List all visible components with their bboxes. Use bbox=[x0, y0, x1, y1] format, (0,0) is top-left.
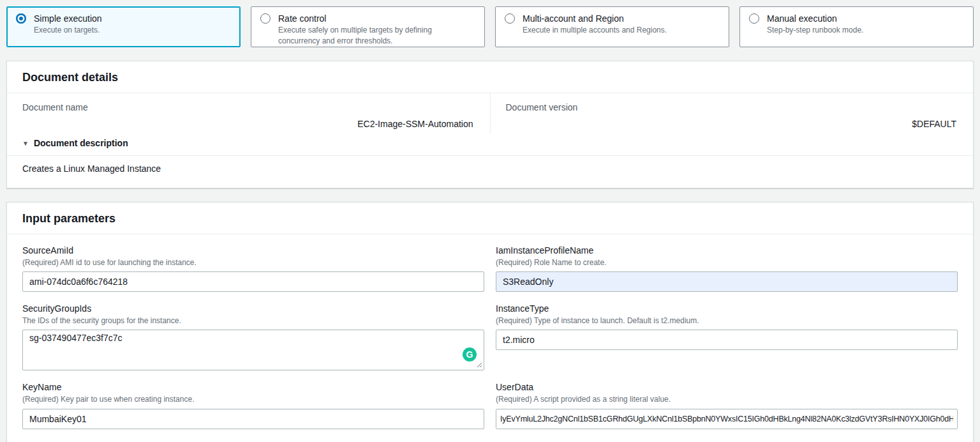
field-label: UserData bbox=[496, 382, 958, 392]
instancetype-input[interactable] bbox=[496, 330, 958, 350]
execution-mode-selector: Simple execution Execute on targets. Rat… bbox=[0, 0, 980, 47]
document-name-value: EC2-Image-SSM-Automation bbox=[22, 114, 475, 129]
iaminstanceprofilename-input[interactable] bbox=[496, 271, 958, 292]
resize-handle-icon[interactable] bbox=[476, 362, 482, 368]
mode-description: Execute in multiple accounts and Regions… bbox=[523, 25, 720, 36]
mode-title: Multi-account and Region bbox=[523, 13, 624, 24]
userdata-input[interactable] bbox=[496, 409, 958, 429]
field-label: SourceAmiId bbox=[22, 245, 484, 255]
field-userdata: UserData (Required) A script provided as… bbox=[496, 382, 958, 429]
field-description: (Required) AMI id to use for launching t… bbox=[22, 257, 484, 268]
field-keyname: KeyName (Required) Key pair to use when … bbox=[22, 382, 484, 429]
field-description: (Required) Role Name to create. bbox=[496, 257, 958, 268]
mode-description: Execute on targets. bbox=[34, 25, 231, 36]
field-description: The IDs of the security groups for the i… bbox=[22, 316, 484, 326]
document-version-cell: Document version $DEFAULT bbox=[490, 93, 974, 134]
field-label: SecurityGroupIds bbox=[22, 303, 484, 314]
caret-down-icon: ▼ bbox=[22, 140, 29, 147]
document-name-label: Document name bbox=[22, 102, 475, 112]
field-description: (Required) A script provided as a string… bbox=[496, 394, 958, 404]
document-description-text: Creates a Linux Managed Instance bbox=[7, 156, 973, 188]
document-version-value: $DEFAULT bbox=[506, 114, 958, 129]
field-sourceamiid: SourceAmiId (Required) AMI id to use for… bbox=[22, 245, 484, 292]
document-description-expander[interactable]: ▼ Document description bbox=[7, 134, 973, 155]
keyname-input[interactable] bbox=[22, 409, 484, 429]
securitygroupids-textarea[interactable]: sg-037490477ec3f7c7c bbox=[22, 330, 484, 370]
mode-description: Execute safely on multiple targets by de… bbox=[278, 25, 475, 47]
document-details-title: Document details bbox=[7, 61, 973, 93]
field-securitygroupids: SecurityGroupIds The IDs of the security… bbox=[22, 303, 484, 370]
radio-unselected-icon[interactable] bbox=[260, 13, 271, 24]
field-iaminstanceprofilename: IamInstanceProfileName (Required) Role N… bbox=[496, 245, 958, 292]
document-details-grid: Document name EC2-Image-SSM-Automation D… bbox=[7, 93, 973, 134]
document-description-expander-label: Document description bbox=[34, 138, 128, 148]
mode-title: Manual execution bbox=[767, 13, 837, 24]
document-details-panel: Document details Document name EC2-Image… bbox=[6, 61, 974, 188]
radio-unselected-icon[interactable] bbox=[505, 13, 515, 24]
mode-card-multi-account-region[interactable]: Multi-account and Region Execute in mult… bbox=[495, 6, 729, 47]
field-description: (Required) Type of instance to launch. D… bbox=[496, 316, 958, 326]
field-label: KeyName bbox=[22, 382, 484, 392]
document-version-label: Document version bbox=[506, 102, 958, 112]
mode-title: Simple execution bbox=[34, 13, 102, 24]
field-label: IamInstanceProfileName bbox=[496, 245, 958, 255]
input-parameters-title: Input parameters bbox=[7, 202, 973, 234]
input-parameters-form: SourceAmiId (Required) AMI id to use for… bbox=[7, 234, 973, 442]
field-instancetype: InstanceType (Required) Type of instance… bbox=[496, 303, 958, 370]
mode-card-rate-control[interactable]: Rate control Execute safely on multiple … bbox=[251, 6, 485, 47]
field-label: InstanceType bbox=[496, 303, 958, 314]
input-parameters-panel: Input parameters SourceAmiId (Required) … bbox=[6, 202, 974, 442]
radio-unselected-icon[interactable] bbox=[749, 13, 759, 24]
mode-description: Step-by-step runbook mode. bbox=[767, 25, 964, 36]
document-name-cell: Document name EC2-Image-SSM-Automation bbox=[7, 93, 490, 134]
mode-title: Rate control bbox=[278, 13, 326, 24]
sourceamiid-input[interactable] bbox=[22, 271, 484, 292]
mode-card-manual-execution[interactable]: Manual execution Step-by-step runbook mo… bbox=[739, 6, 974, 47]
mode-card-simple-execution[interactable]: Simple execution Execute on targets. bbox=[6, 6, 241, 47]
field-description: (Required) Key pair to use when creating… bbox=[22, 394, 484, 404]
radio-selected-icon[interactable] bbox=[16, 13, 26, 24]
